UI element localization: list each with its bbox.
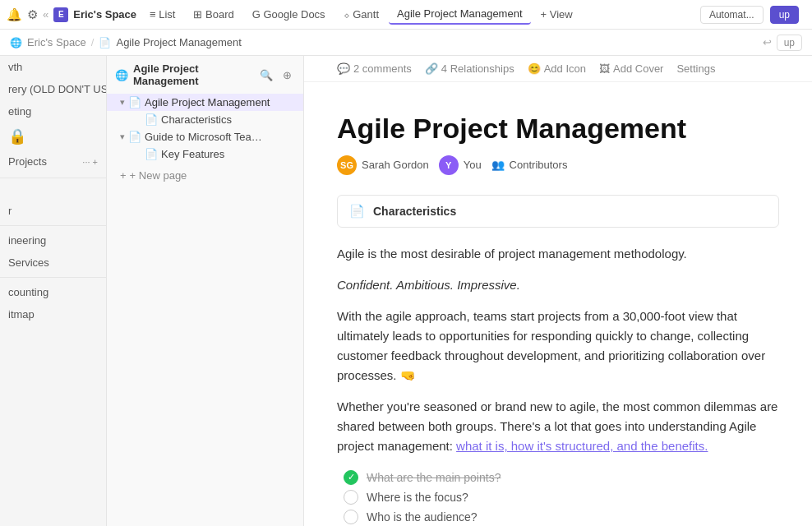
sidebar-space-name[interactable]: Agile Project Management bbox=[133, 62, 256, 87]
collapse-icon[interactable]: « bbox=[43, 8, 48, 21]
comments-btn[interactable]: 💬 2 comments bbox=[337, 62, 412, 75]
body-para-4-link[interactable]: what it is, how it's structured, and the… bbox=[456, 439, 708, 453]
tree-item-agile-root[interactable]: ▾ 📄 Agile Project Management bbox=[107, 94, 303, 111]
tab-google-docs[interactable]: G Google Docs bbox=[244, 5, 334, 24]
content-inner: Agile Project Management SG Sarah Gordon… bbox=[304, 82, 812, 526]
settings-label: Settings bbox=[676, 62, 715, 75]
nav-tabs: ≡ List ⊞ Board G Google Docs ⬦ Gantt Agi… bbox=[141, 4, 697, 25]
automate-button[interactable]: Automat... bbox=[700, 6, 764, 24]
doc-toolbar: 💬 2 comments 🔗 4 Relationships 😊 Add Ico… bbox=[304, 56, 812, 82]
sidebar-header: 🌐 Agile Project Management 🔍 ⊕ bbox=[107, 56, 303, 90]
tree-item-guide-ms[interactable]: ▾ 📄 Guide to Microsoft Teams Project... bbox=[107, 128, 303, 145]
partial-item-r[interactable]: r bbox=[0, 200, 106, 222]
tree-icon-characteristics: 📄 bbox=[145, 113, 158, 126]
contributors-icon: 👥 bbox=[491, 159, 505, 171]
check-item-3[interactable]: Who is the audience? bbox=[344, 507, 779, 526]
link-box-title: Characteristics bbox=[373, 205, 456, 218]
spacer1 bbox=[0, 183, 106, 200]
tab-view[interactable]: + View bbox=[533, 5, 581, 24]
breadcrumb-space[interactable]: Eric's Space bbox=[27, 36, 86, 48]
top-nav: 🔔 ⚙ « E Eric's Space ≡ List ⊞ Board G Go… bbox=[0, 0, 812, 30]
breadcrumb-doc-icon: 📄 bbox=[99, 37, 111, 48]
partial-item-eting[interactable]: eting bbox=[0, 100, 106, 122]
body-para-4: Whether you're seasoned or brand new to … bbox=[337, 397, 779, 456]
check-label-3: Who is the audience? bbox=[367, 510, 478, 524]
left-sidebar-partial: vth rery (OLD DON'T US... eting 🔒 Projec… bbox=[0, 56, 107, 526]
check-circle-1: ✓ bbox=[344, 470, 358, 485]
tree-arrow-agile: ▾ bbox=[120, 97, 125, 108]
contributor-sarah-name: Sarah Gordon bbox=[362, 159, 429, 171]
check-item-1[interactable]: ✓ What are the main points? bbox=[344, 468, 779, 487]
sidebar-search-btn[interactable]: 🔍 bbox=[256, 67, 276, 83]
characteristics-link-box[interactable]: 📄 Characteristics bbox=[337, 195, 779, 228]
tree-label-characteristics: Characteristics bbox=[161, 113, 297, 126]
avatar-sarah: SG bbox=[337, 155, 357, 175]
emoji-icon: 😊 bbox=[528, 62, 541, 75]
tab-list[interactable]: ≡ List bbox=[141, 5, 183, 24]
tree-icon-agile: 📄 bbox=[128, 96, 141, 108]
partial-item-rery[interactable]: rery (OLD DON'T US... bbox=[0, 78, 106, 100]
sidebar-actions: 🔍 ⊕ bbox=[256, 67, 295, 83]
new-page-btn[interactable]: + + New page bbox=[107, 166, 303, 185]
partial-projects-actions[interactable]: ··· + bbox=[82, 157, 98, 167]
partial-item-ineering[interactable]: ineering bbox=[0, 229, 106, 251]
undo-icon[interactable]: ↩ bbox=[763, 36, 772, 48]
bell-icon[interactable]: 🔔 bbox=[7, 7, 22, 22]
check-label-2: Where is the focus? bbox=[367, 491, 468, 504]
gear-icon[interactable]: ⚙ bbox=[27, 7, 38, 22]
breadcrumb-current: Agile Project Management bbox=[116, 36, 241, 48]
tree-label-key-features: Key Features bbox=[161, 148, 297, 160]
sidebar: 🌐 Agile Project Management 🔍 ⊕ ▾ 📄 Agile… bbox=[107, 56, 304, 526]
partial-lock-icon: 🔒 bbox=[0, 122, 106, 150]
page-title: Agile Project Management bbox=[337, 112, 779, 145]
divider3 bbox=[0, 277, 106, 278]
contributors-label: Contributors bbox=[510, 159, 568, 171]
sidebar-globe-icon: 🌐 bbox=[115, 69, 128, 81]
checklist: ✓ What are the main points? Where is the… bbox=[344, 468, 779, 526]
relationships-btn[interactable]: 🔗 4 Relationships bbox=[425, 62, 514, 75]
space-icon: E bbox=[53, 7, 68, 22]
contributors-more[interactable]: 👥 Contributors bbox=[491, 159, 568, 171]
body-para-3: With the agile approach, teams start pro… bbox=[337, 307, 779, 385]
up-button[interactable]: up bbox=[770, 6, 799, 24]
partial-projects-row[interactable]: Projects ··· + bbox=[0, 150, 106, 173]
contributor-sarah[interactable]: SG Sarah Gordon bbox=[337, 155, 429, 175]
partial-item-itmap[interactable]: itmap bbox=[0, 303, 106, 325]
breadcrumb-up-btn[interactable]: up bbox=[777, 35, 802, 51]
breadcrumb: 🌐 Eric's Space / 📄 Agile Project Managem… bbox=[0, 30, 812, 56]
tab-gantt[interactable]: ⬦ Gantt bbox=[335, 5, 387, 24]
tree-arrow-guide: ▾ bbox=[120, 132, 125, 142]
space-name[interactable]: Eric's Space bbox=[73, 8, 136, 21]
sidebar-space-title: 🌐 Agile Project Management bbox=[115, 62, 256, 87]
content-area: 💬 2 comments 🔗 4 Relationships 😊 Add Ico… bbox=[304, 56, 812, 526]
top-nav-right: Automat... up bbox=[700, 6, 805, 24]
tree-label-agile: Agile Project Management bbox=[145, 96, 297, 108]
add-cover-btn[interactable]: 🖼 Add Cover bbox=[599, 62, 663, 75]
tree-label-guide: Guide to Microsoft Teams Project... bbox=[145, 131, 268, 143]
breadcrumb-sep: / bbox=[91, 36, 95, 48]
partial-item-services[interactable]: Services bbox=[0, 251, 106, 274]
tree-item-key-features[interactable]: 📄 Key Features bbox=[107, 145, 303, 163]
tree-item-characteristics[interactable]: 📄 Characteristics bbox=[107, 111, 303, 128]
tab-board[interactable]: ⊞ Board bbox=[185, 5, 242, 24]
sidebar-tree: ▾ 📄 Agile Project Management 📄 Character… bbox=[107, 90, 303, 166]
image-icon: 🖼 bbox=[599, 62, 610, 75]
body-para-2: Confident. Ambitious. Impressive. bbox=[337, 275, 779, 295]
add-icon-btn[interactable]: 😊 Add Icon bbox=[528, 62, 586, 75]
partial-item-counting[interactable]: counting bbox=[0, 281, 106, 303]
avatar-you: Y bbox=[439, 155, 459, 175]
relationships-icon: 🔗 bbox=[425, 62, 438, 75]
tab-agile[interactable]: Agile Project Management bbox=[389, 4, 530, 25]
partial-item-vth[interactable]: vth bbox=[0, 56, 106, 78]
add-cover-label: Add Cover bbox=[613, 62, 663, 75]
new-page-label: + New page bbox=[130, 169, 187, 182]
contributor-you[interactable]: Y You bbox=[439, 155, 482, 175]
sidebar-more-btn[interactable]: ⊕ bbox=[279, 67, 295, 83]
contributor-you-name: You bbox=[464, 159, 482, 171]
divider1 bbox=[0, 178, 106, 178]
partial-projects-label: Projects bbox=[8, 155, 47, 168]
settings-btn[interactable]: Settings bbox=[676, 62, 715, 75]
check-item-2[interactable]: Where is the focus? bbox=[344, 487, 779, 507]
divider2 bbox=[0, 225, 106, 226]
link-box-icon: 📄 bbox=[349, 204, 365, 219]
